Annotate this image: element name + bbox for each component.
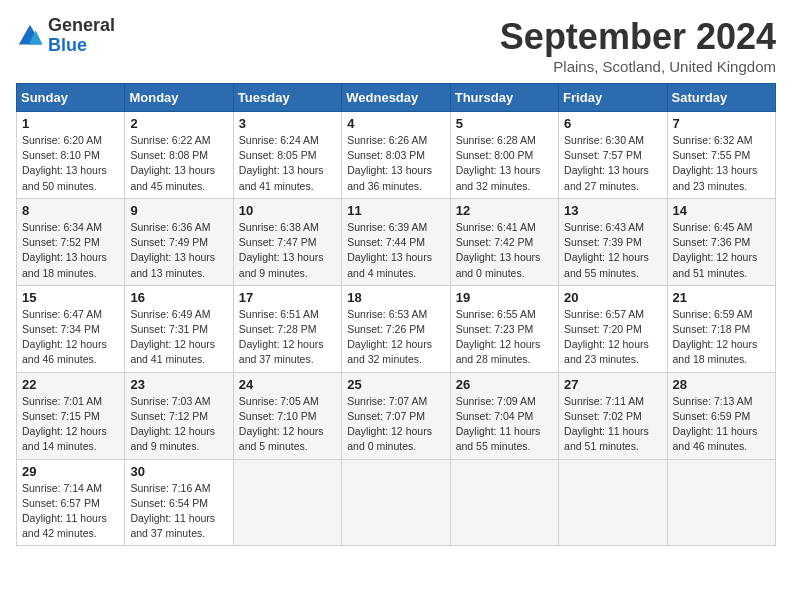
day-number: 15	[22, 290, 119, 305]
calendar-cell: 2Sunrise: 6:22 AM Sunset: 8:08 PM Daylig…	[125, 112, 233, 199]
day-info: Sunrise: 6:57 AM Sunset: 7:20 PM Dayligh…	[564, 307, 661, 368]
day-info: Sunrise: 6:34 AM Sunset: 7:52 PM Dayligh…	[22, 220, 119, 281]
month-title: September 2024	[500, 16, 776, 58]
day-number: 10	[239, 203, 336, 218]
day-info: Sunrise: 6:45 AM Sunset: 7:36 PM Dayligh…	[673, 220, 770, 281]
calendar-cell: 5Sunrise: 6:28 AM Sunset: 8:00 PM Daylig…	[450, 112, 558, 199]
weekday-header: Sunday	[17, 84, 125, 112]
day-number: 11	[347, 203, 444, 218]
day-info: Sunrise: 6:28 AM Sunset: 8:00 PM Dayligh…	[456, 133, 553, 194]
calendar-cell: 17Sunrise: 6:51 AM Sunset: 7:28 PM Dayli…	[233, 285, 341, 372]
calendar-cell: 13Sunrise: 6:43 AM Sunset: 7:39 PM Dayli…	[559, 198, 667, 285]
day-number: 30	[130, 464, 227, 479]
day-info: Sunrise: 7:14 AM Sunset: 6:57 PM Dayligh…	[22, 481, 119, 542]
day-info: Sunrise: 6:24 AM Sunset: 8:05 PM Dayligh…	[239, 133, 336, 194]
day-number: 23	[130, 377, 227, 392]
calendar-cell: 16Sunrise: 6:49 AM Sunset: 7:31 PM Dayli…	[125, 285, 233, 372]
day-info: Sunrise: 6:22 AM Sunset: 8:08 PM Dayligh…	[130, 133, 227, 194]
logo-text: General Blue	[48, 16, 115, 56]
day-number: 13	[564, 203, 661, 218]
day-info: Sunrise: 6:59 AM Sunset: 7:18 PM Dayligh…	[673, 307, 770, 368]
calendar-cell	[450, 459, 558, 546]
weekday-header: Wednesday	[342, 84, 450, 112]
calendar-cell	[667, 459, 775, 546]
weekday-header: Tuesday	[233, 84, 341, 112]
calendar-cell: 4Sunrise: 6:26 AM Sunset: 8:03 PM Daylig…	[342, 112, 450, 199]
calendar-cell: 19Sunrise: 6:55 AM Sunset: 7:23 PM Dayli…	[450, 285, 558, 372]
weekday-header: Friday	[559, 84, 667, 112]
day-number: 2	[130, 116, 227, 131]
calendar-cell: 9Sunrise: 6:36 AM Sunset: 7:49 PM Daylig…	[125, 198, 233, 285]
day-number: 28	[673, 377, 770, 392]
calendar-cell: 6Sunrise: 6:30 AM Sunset: 7:57 PM Daylig…	[559, 112, 667, 199]
day-number: 24	[239, 377, 336, 392]
day-info: Sunrise: 6:51 AM Sunset: 7:28 PM Dayligh…	[239, 307, 336, 368]
day-number: 18	[347, 290, 444, 305]
calendar-cell: 30Sunrise: 7:16 AM Sunset: 6:54 PM Dayli…	[125, 459, 233, 546]
day-number: 21	[673, 290, 770, 305]
day-number: 19	[456, 290, 553, 305]
day-number: 6	[564, 116, 661, 131]
day-info: Sunrise: 6:20 AM Sunset: 8:10 PM Dayligh…	[22, 133, 119, 194]
day-number: 4	[347, 116, 444, 131]
calendar-cell: 12Sunrise: 6:41 AM Sunset: 7:42 PM Dayli…	[450, 198, 558, 285]
calendar-cell	[559, 459, 667, 546]
day-number: 8	[22, 203, 119, 218]
day-number: 9	[130, 203, 227, 218]
day-info: Sunrise: 7:16 AM Sunset: 6:54 PM Dayligh…	[130, 481, 227, 542]
day-info: Sunrise: 6:32 AM Sunset: 7:55 PM Dayligh…	[673, 133, 770, 194]
weekday-header-row: SundayMondayTuesdayWednesdayThursdayFrid…	[17, 84, 776, 112]
calendar-cell: 3Sunrise: 6:24 AM Sunset: 8:05 PM Daylig…	[233, 112, 341, 199]
weekday-header: Saturday	[667, 84, 775, 112]
day-info: Sunrise: 6:39 AM Sunset: 7:44 PM Dayligh…	[347, 220, 444, 281]
calendar-cell: 28Sunrise: 7:13 AM Sunset: 6:59 PM Dayli…	[667, 372, 775, 459]
day-info: Sunrise: 7:13 AM Sunset: 6:59 PM Dayligh…	[673, 394, 770, 455]
day-number: 14	[673, 203, 770, 218]
calendar-cell: 1Sunrise: 6:20 AM Sunset: 8:10 PM Daylig…	[17, 112, 125, 199]
calendar-week-row: 29Sunrise: 7:14 AM Sunset: 6:57 PM Dayli…	[17, 459, 776, 546]
day-number: 27	[564, 377, 661, 392]
day-info: Sunrise: 7:03 AM Sunset: 7:12 PM Dayligh…	[130, 394, 227, 455]
calendar-cell: 26Sunrise: 7:09 AM Sunset: 7:04 PM Dayli…	[450, 372, 558, 459]
weekday-header: Monday	[125, 84, 233, 112]
day-number: 25	[347, 377, 444, 392]
page-header: General Blue September 2024 Plains, Scot…	[16, 16, 776, 75]
calendar-cell: 29Sunrise: 7:14 AM Sunset: 6:57 PM Dayli…	[17, 459, 125, 546]
day-number: 12	[456, 203, 553, 218]
day-number: 16	[130, 290, 227, 305]
day-info: Sunrise: 6:53 AM Sunset: 7:26 PM Dayligh…	[347, 307, 444, 368]
calendar-cell: 24Sunrise: 7:05 AM Sunset: 7:10 PM Dayli…	[233, 372, 341, 459]
day-info: Sunrise: 6:26 AM Sunset: 8:03 PM Dayligh…	[347, 133, 444, 194]
calendar-cell: 27Sunrise: 7:11 AM Sunset: 7:02 PM Dayli…	[559, 372, 667, 459]
calendar-week-row: 15Sunrise: 6:47 AM Sunset: 7:34 PM Dayli…	[17, 285, 776, 372]
day-info: Sunrise: 6:41 AM Sunset: 7:42 PM Dayligh…	[456, 220, 553, 281]
calendar-week-row: 22Sunrise: 7:01 AM Sunset: 7:15 PM Dayli…	[17, 372, 776, 459]
day-info: Sunrise: 6:49 AM Sunset: 7:31 PM Dayligh…	[130, 307, 227, 368]
calendar-cell: 14Sunrise: 6:45 AM Sunset: 7:36 PM Dayli…	[667, 198, 775, 285]
calendar-cell: 15Sunrise: 6:47 AM Sunset: 7:34 PM Dayli…	[17, 285, 125, 372]
day-info: Sunrise: 6:30 AM Sunset: 7:57 PM Dayligh…	[564, 133, 661, 194]
calendar-cell: 10Sunrise: 6:38 AM Sunset: 7:47 PM Dayli…	[233, 198, 341, 285]
calendar-week-row: 8Sunrise: 6:34 AM Sunset: 7:52 PM Daylig…	[17, 198, 776, 285]
day-number: 17	[239, 290, 336, 305]
calendar-cell: 22Sunrise: 7:01 AM Sunset: 7:15 PM Dayli…	[17, 372, 125, 459]
calendar-cell: 8Sunrise: 6:34 AM Sunset: 7:52 PM Daylig…	[17, 198, 125, 285]
logo-icon	[16, 22, 44, 50]
calendar-cell: 25Sunrise: 7:07 AM Sunset: 7:07 PM Dayli…	[342, 372, 450, 459]
calendar-cell: 23Sunrise: 7:03 AM Sunset: 7:12 PM Dayli…	[125, 372, 233, 459]
calendar-cell: 21Sunrise: 6:59 AM Sunset: 7:18 PM Dayli…	[667, 285, 775, 372]
logo: General Blue	[16, 16, 115, 56]
day-info: Sunrise: 6:43 AM Sunset: 7:39 PM Dayligh…	[564, 220, 661, 281]
calendar-table: SundayMondayTuesdayWednesdayThursdayFrid…	[16, 83, 776, 546]
day-number: 29	[22, 464, 119, 479]
title-section: September 2024 Plains, Scotland, United …	[500, 16, 776, 75]
calendar-cell: 7Sunrise: 6:32 AM Sunset: 7:55 PM Daylig…	[667, 112, 775, 199]
day-info: Sunrise: 7:07 AM Sunset: 7:07 PM Dayligh…	[347, 394, 444, 455]
calendar-cell	[342, 459, 450, 546]
day-number: 3	[239, 116, 336, 131]
day-info: Sunrise: 7:11 AM Sunset: 7:02 PM Dayligh…	[564, 394, 661, 455]
day-info: Sunrise: 7:01 AM Sunset: 7:15 PM Dayligh…	[22, 394, 119, 455]
day-info: Sunrise: 6:55 AM Sunset: 7:23 PM Dayligh…	[456, 307, 553, 368]
day-info: Sunrise: 7:05 AM Sunset: 7:10 PM Dayligh…	[239, 394, 336, 455]
day-number: 1	[22, 116, 119, 131]
